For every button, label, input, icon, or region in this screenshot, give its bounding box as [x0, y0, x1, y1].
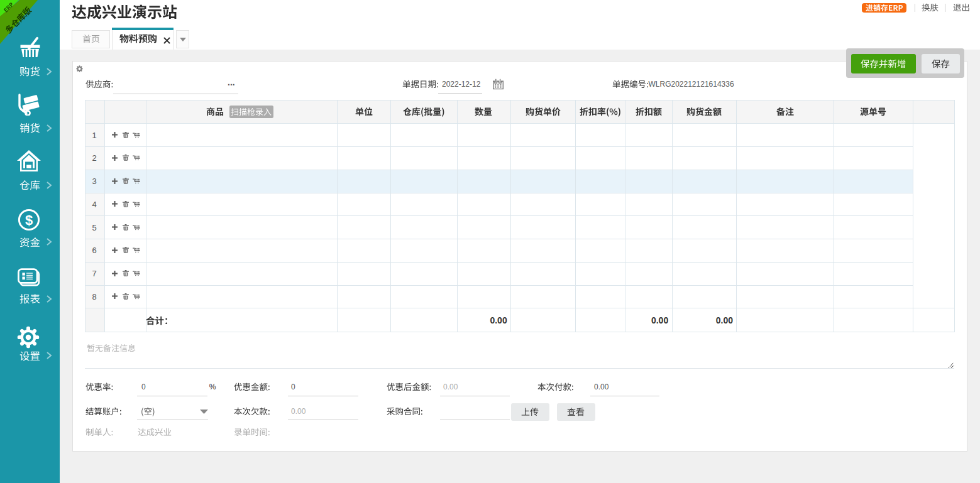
svg-text:$: $ [25, 212, 33, 228]
